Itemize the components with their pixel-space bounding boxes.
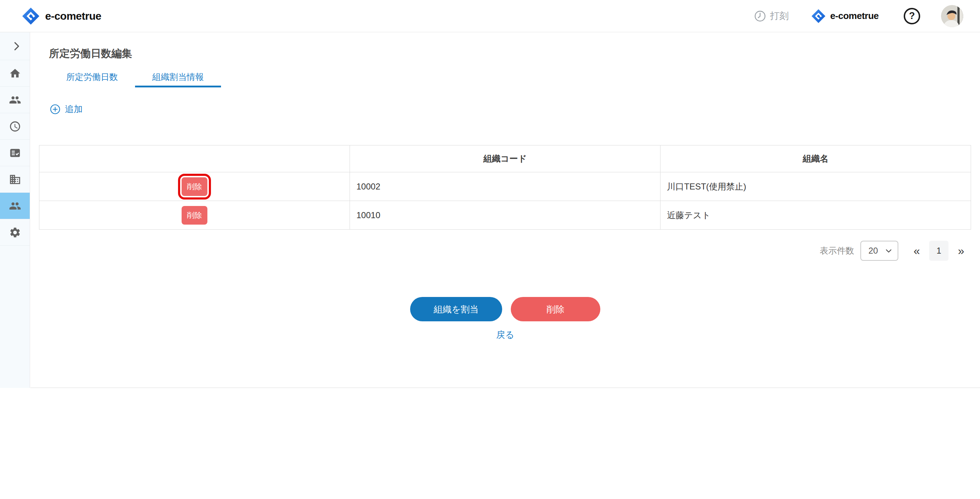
org-name-cell: 川口TEST(使用禁止): [660, 172, 971, 201]
table-row: 削除 10010 近藤テスト: [40, 201, 971, 230]
tab-label: 所定労働日数: [66, 71, 118, 83]
brand-logo-text: e-cometrue: [45, 10, 101, 22]
help-icon[interactable]: ?: [904, 8, 920, 24]
per-page-label: 表示件数: [819, 245, 854, 256]
row-delete-button[interactable]: 削除: [181, 206, 207, 225]
add-button[interactable]: 追加: [50, 103, 83, 115]
chevron-down-icon: [884, 246, 893, 256]
avatar[interactable]: [941, 5, 963, 27]
sidebar-item-org-assignment[interactable]: [0, 193, 30, 219]
back-link[interactable]: 戻る: [496, 330, 514, 340]
per-page-select[interactable]: 20: [861, 241, 898, 261]
punch-label: 打刻: [770, 10, 789, 22]
sidebar-item-attendance[interactable]: [0, 113, 30, 140]
plus-circle-icon: [50, 104, 60, 114]
tab-scheduled-working-days[interactable]: 所定労働日数: [49, 68, 135, 87]
avatar-photo: [941, 5, 963, 27]
table-row: 削除 10002 川口TEST(使用禁止): [40, 172, 971, 201]
sidebar: [0, 32, 30, 388]
row-delete-button[interactable]: 削除: [181, 177, 207, 196]
tab-org-assignment-info[interactable]: 組織割当情報: [135, 68, 221, 87]
sidebar-item-requests[interactable]: [0, 140, 30, 166]
assign-org-button[interactable]: 組織を割当: [410, 297, 502, 321]
clock-outline-icon: [9, 120, 21, 132]
home-icon: [9, 67, 21, 79]
org-name-cell: 近藤テスト: [660, 201, 971, 230]
brand-logo-right: e-cometrue: [811, 9, 879, 24]
chevron-right-icon: [10, 40, 22, 52]
form-check-icon: [9, 147, 21, 159]
tab-bar: 所定労働日数 組織割当情報: [49, 68, 221, 87]
prev-page-button[interactable]: «: [913, 245, 920, 256]
clock-icon: [754, 10, 767, 22]
punch-clock-button[interactable]: 打刻: [754, 10, 789, 22]
brand-logo-icon: [21, 7, 40, 25]
column-header-actions: [40, 145, 350, 172]
brand-logo-right-text: e-cometrue: [830, 10, 879, 22]
users-icon: [9, 200, 21, 212]
page-title: 所定労働日数編集: [49, 46, 132, 61]
org-code-cell: 10010: [350, 201, 660, 230]
column-header-org-code: 組織コード: [350, 145, 660, 172]
help-glyph: ?: [909, 10, 915, 22]
org-table: 組織コード 組織名 削除 10002 川口TEST(使用禁止) 削除: [39, 145, 971, 230]
app-window: e-cometrue 打刻 e-cometrue ?: [0, 0, 980, 499]
action-buttons: 組織を割当 削除: [30, 297, 980, 321]
sidebar-item-home[interactable]: [0, 60, 30, 87]
gear-icon: [9, 226, 21, 238]
per-page-value: 20: [868, 246, 878, 256]
delete-button[interactable]: 削除: [511, 297, 600, 321]
tab-label: 組織割当情報: [152, 71, 204, 83]
brand-logo-right-icon: [811, 9, 826, 24]
sidebar-item-settings[interactable]: [0, 219, 30, 246]
org-code-cell: 10002: [350, 172, 660, 201]
row-action-cell: 削除: [40, 172, 350, 201]
sidebar-item-employees[interactable]: [0, 87, 30, 113]
add-button-label: 追加: [65, 103, 83, 115]
sidebar-item-company[interactable]: [0, 166, 30, 193]
column-header-org-name: 組織名: [660, 145, 971, 172]
row-action-cell: 削除: [40, 201, 350, 230]
top-bar: e-cometrue 打刻 e-cometrue ?: [0, 0, 980, 32]
next-page-button[interactable]: »: [958, 245, 964, 256]
users-icon: [9, 94, 21, 106]
current-page[interactable]: 1: [929, 241, 948, 261]
brand-logo[interactable]: e-cometrue: [21, 7, 101, 25]
back-row: 戻る: [30, 329, 980, 341]
building-icon: [9, 173, 21, 186]
topbar-right: 打刻 e-cometrue ?: [754, 5, 963, 27]
sidebar-expand-button[interactable]: [0, 32, 30, 60]
table-header-row: 組織コード 組織名: [40, 145, 971, 172]
main-panel: 所定労働日数編集 所定労働日数 組織割当情報 追加 組織コード: [30, 32, 980, 388]
pagination: 表示件数 20 « 1 »: [819, 241, 964, 261]
